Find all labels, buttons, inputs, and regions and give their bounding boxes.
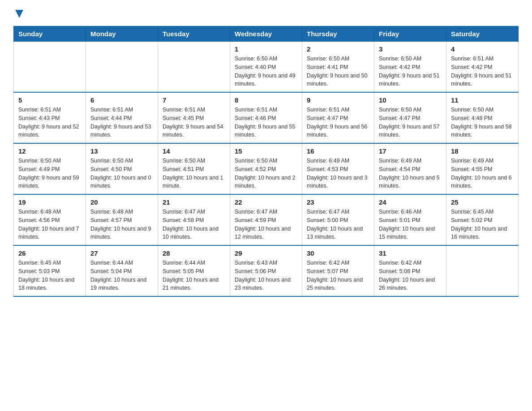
calendar-day-header: Tuesday bbox=[158, 26, 230, 42]
day-info: Sunrise: 6:48 AMSunset: 4:57 PMDaylight:… bbox=[90, 208, 153, 241]
day-info: Sunrise: 6:50 AMSunset: 4:47 PMDaylight:… bbox=[379, 106, 442, 139]
day-number: 20 bbox=[90, 198, 153, 206]
day-number: 14 bbox=[163, 147, 225, 155]
day-info: Sunrise: 6:50 AMSunset: 4:51 PMDaylight:… bbox=[163, 157, 225, 190]
day-number: 9 bbox=[307, 96, 369, 104]
day-number: 11 bbox=[451, 96, 514, 104]
day-info: Sunrise: 6:51 AMSunset: 4:42 PMDaylight:… bbox=[451, 55, 514, 88]
calendar-cell: 3Sunrise: 6:50 AMSunset: 4:42 PMDaylight… bbox=[374, 42, 446, 93]
day-info: Sunrise: 6:49 AMSunset: 4:55 PMDaylight:… bbox=[451, 157, 514, 190]
calendar-day-header: Wednesday bbox=[230, 26, 302, 42]
svg-marker-0 bbox=[15, 10, 23, 18]
day-info: Sunrise: 6:42 AMSunset: 5:07 PMDaylight:… bbox=[307, 259, 369, 292]
calendar-cell: 4Sunrise: 6:51 AMSunset: 4:42 PMDaylight… bbox=[446, 42, 519, 93]
day-number: 25 bbox=[451, 198, 514, 206]
day-number: 19 bbox=[18, 198, 81, 206]
day-number: 12 bbox=[18, 147, 81, 155]
day-number: 30 bbox=[307, 249, 369, 257]
logo-arrow-icon bbox=[15, 10, 23, 18]
day-info: Sunrise: 6:50 AMSunset: 4:50 PMDaylight:… bbox=[90, 157, 153, 190]
calendar-week-row: 12Sunrise: 6:50 AMSunset: 4:49 PMDayligh… bbox=[14, 143, 519, 194]
logo bbox=[13, 9, 23, 18]
day-info: Sunrise: 6:44 AMSunset: 5:04 PMDaylight:… bbox=[90, 259, 153, 292]
day-number: 10 bbox=[379, 96, 442, 104]
calendar-cell: 20Sunrise: 6:48 AMSunset: 4:57 PMDayligh… bbox=[86, 194, 158, 245]
day-info: Sunrise: 6:44 AMSunset: 5:05 PMDaylight:… bbox=[163, 259, 225, 292]
calendar-cell: 1Sunrise: 6:50 AMSunset: 4:40 PMDaylight… bbox=[230, 42, 302, 93]
day-info: Sunrise: 6:51 AMSunset: 4:46 PMDaylight:… bbox=[235, 106, 297, 139]
day-info: Sunrise: 6:50 AMSunset: 4:49 PMDaylight:… bbox=[18, 157, 81, 190]
calendar-cell: 31Sunrise: 6:42 AMSunset: 5:08 PMDayligh… bbox=[374, 245, 446, 296]
day-info: Sunrise: 6:45 AMSunset: 5:03 PMDaylight:… bbox=[18, 259, 81, 292]
day-number: 22 bbox=[235, 198, 297, 206]
day-info: Sunrise: 6:50 AMSunset: 4:40 PMDaylight:… bbox=[235, 55, 297, 88]
day-number: 1 bbox=[235, 45, 297, 53]
calendar-cell: 14Sunrise: 6:50 AMSunset: 4:51 PMDayligh… bbox=[158, 143, 230, 194]
calendar-week-row: 5Sunrise: 6:51 AMSunset: 4:43 PMDaylight… bbox=[14, 92, 519, 143]
calendar-cell: 12Sunrise: 6:50 AMSunset: 4:49 PMDayligh… bbox=[14, 143, 86, 194]
day-number: 23 bbox=[307, 198, 369, 206]
calendar-cell: 7Sunrise: 6:51 AMSunset: 4:45 PMDaylight… bbox=[158, 92, 230, 143]
calendar-cell: 22Sunrise: 6:47 AMSunset: 4:59 PMDayligh… bbox=[230, 194, 302, 245]
day-info: Sunrise: 6:47 AMSunset: 4:59 PMDaylight:… bbox=[235, 208, 297, 241]
day-number: 4 bbox=[451, 45, 514, 53]
calendar-cell bbox=[14, 42, 86, 93]
calendar-cell: 30Sunrise: 6:42 AMSunset: 5:07 PMDayligh… bbox=[302, 245, 374, 296]
day-number: 6 bbox=[90, 96, 153, 104]
day-info: Sunrise: 6:46 AMSunset: 5:01 PMDaylight:… bbox=[379, 208, 442, 241]
day-number: 17 bbox=[379, 147, 442, 155]
day-info: Sunrise: 6:42 AMSunset: 5:08 PMDaylight:… bbox=[379, 259, 442, 292]
day-info: Sunrise: 6:50 AMSunset: 4:48 PMDaylight:… bbox=[451, 106, 514, 139]
day-number: 27 bbox=[90, 249, 153, 257]
calendar-cell: 29Sunrise: 6:43 AMSunset: 5:06 PMDayligh… bbox=[230, 245, 302, 296]
calendar-day-header: Saturday bbox=[446, 26, 519, 42]
day-number: 16 bbox=[307, 147, 369, 155]
day-info: Sunrise: 6:51 AMSunset: 4:43 PMDaylight:… bbox=[18, 106, 81, 139]
calendar-day-header: Monday bbox=[86, 26, 158, 42]
day-info: Sunrise: 6:47 AMSunset: 4:58 PMDaylight:… bbox=[163, 208, 225, 241]
day-number: 26 bbox=[18, 249, 81, 257]
calendar-cell: 9Sunrise: 6:51 AMSunset: 4:47 PMDaylight… bbox=[302, 92, 374, 143]
day-number: 8 bbox=[235, 96, 297, 104]
calendar-cell: 21Sunrise: 6:47 AMSunset: 4:58 PMDayligh… bbox=[158, 194, 230, 245]
calendar-cell: 23Sunrise: 6:47 AMSunset: 5:00 PMDayligh… bbox=[302, 194, 374, 245]
calendar-cell: 26Sunrise: 6:45 AMSunset: 5:03 PMDayligh… bbox=[14, 245, 86, 296]
calendar-table: SundayMondayTuesdayWednesdayThursdayFrid… bbox=[13, 26, 519, 297]
calendar-cell: 2Sunrise: 6:50 AMSunset: 4:41 PMDaylight… bbox=[302, 42, 374, 93]
calendar-cell bbox=[158, 42, 230, 93]
calendar-cell: 13Sunrise: 6:50 AMSunset: 4:50 PMDayligh… bbox=[86, 143, 158, 194]
calendar-cell: 19Sunrise: 6:48 AMSunset: 4:56 PMDayligh… bbox=[14, 194, 86, 245]
calendar-cell: 15Sunrise: 6:50 AMSunset: 4:52 PMDayligh… bbox=[230, 143, 302, 194]
day-info: Sunrise: 6:49 AMSunset: 4:54 PMDaylight:… bbox=[379, 157, 442, 190]
day-number: 21 bbox=[163, 198, 225, 206]
day-number: 28 bbox=[163, 249, 225, 257]
calendar-cell: 17Sunrise: 6:49 AMSunset: 4:54 PMDayligh… bbox=[374, 143, 446, 194]
day-number: 24 bbox=[379, 198, 442, 206]
day-info: Sunrise: 6:50 AMSunset: 4:42 PMDaylight:… bbox=[379, 55, 442, 88]
calendar-header-row: SundayMondayTuesdayWednesdayThursdayFrid… bbox=[14, 26, 519, 42]
calendar-cell: 6Sunrise: 6:51 AMSunset: 4:44 PMDaylight… bbox=[86, 92, 158, 143]
day-info: Sunrise: 6:50 AMSunset: 4:52 PMDaylight:… bbox=[235, 157, 297, 190]
calendar-cell: 5Sunrise: 6:51 AMSunset: 4:43 PMDaylight… bbox=[14, 92, 86, 143]
day-info: Sunrise: 6:49 AMSunset: 4:53 PMDaylight:… bbox=[307, 157, 369, 190]
calendar-cell: 27Sunrise: 6:44 AMSunset: 5:04 PMDayligh… bbox=[86, 245, 158, 296]
calendar-body: 1Sunrise: 6:50 AMSunset: 4:40 PMDaylight… bbox=[14, 42, 519, 297]
calendar-cell bbox=[446, 245, 519, 296]
day-number: 15 bbox=[235, 147, 297, 155]
calendar-week-row: 1Sunrise: 6:50 AMSunset: 4:40 PMDaylight… bbox=[14, 42, 519, 93]
calendar-cell: 28Sunrise: 6:44 AMSunset: 5:05 PMDayligh… bbox=[158, 245, 230, 296]
calendar-cell: 10Sunrise: 6:50 AMSunset: 4:47 PMDayligh… bbox=[374, 92, 446, 143]
calendar-day-header: Thursday bbox=[302, 26, 374, 42]
calendar-cell: 25Sunrise: 6:45 AMSunset: 5:02 PMDayligh… bbox=[446, 194, 519, 245]
day-info: Sunrise: 6:51 AMSunset: 4:47 PMDaylight:… bbox=[307, 106, 369, 139]
calendar-cell: 16Sunrise: 6:49 AMSunset: 4:53 PMDayligh… bbox=[302, 143, 374, 194]
day-number: 5 bbox=[18, 96, 81, 104]
day-number: 13 bbox=[90, 147, 153, 155]
calendar-day-header: Sunday bbox=[14, 26, 86, 42]
day-number: 2 bbox=[307, 45, 369, 53]
day-info: Sunrise: 6:43 AMSunset: 5:06 PMDaylight:… bbox=[235, 259, 297, 292]
day-number: 7 bbox=[163, 96, 225, 104]
day-info: Sunrise: 6:51 AMSunset: 4:45 PMDaylight:… bbox=[163, 106, 225, 139]
day-info: Sunrise: 6:47 AMSunset: 5:00 PMDaylight:… bbox=[307, 208, 369, 241]
calendar-cell: 24Sunrise: 6:46 AMSunset: 5:01 PMDayligh… bbox=[374, 194, 446, 245]
